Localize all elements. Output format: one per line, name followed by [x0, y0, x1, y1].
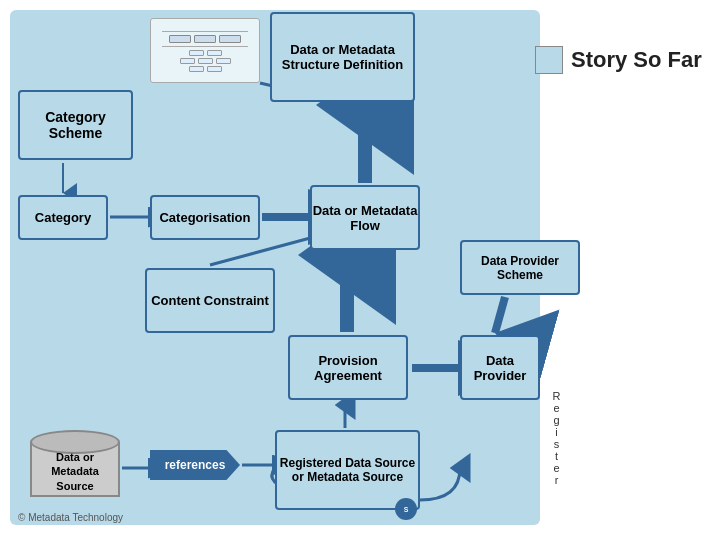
data-structure-box: Data or Metadata Structure Definition	[270, 12, 415, 102]
category-box: Category	[18, 195, 108, 240]
categorisation-box: Categorisation	[150, 195, 260, 240]
data-flow-box: Data or Metadata Flow	[310, 185, 420, 250]
story-label: Story So Far	[571, 47, 702, 73]
story-color-swatch	[535, 46, 563, 74]
provision-agreement-box: Provision Agreement	[288, 335, 408, 400]
sdmx-logo: S	[395, 498, 417, 520]
category-scheme-box: Category Scheme	[18, 90, 133, 160]
story-panel: Story So Far	[535, 10, 710, 110]
registered-source-box: Registered Data Source or Metadata Sourc…	[275, 430, 420, 510]
content-constraint-box: Content Constraint	[145, 268, 275, 333]
data-provider-scheme-box: Data Provider Scheme	[460, 240, 580, 295]
cylinder-label: Data orMetadataSource	[30, 450, 120, 493]
copyright-text: © Metadata Technology	[18, 512, 123, 523]
references-arrow: references	[150, 450, 240, 480]
data-provider-box: Data Provider	[460, 335, 540, 400]
diagram-thumbnail	[150, 18, 260, 83]
register-vertical-text: Register	[548, 390, 566, 530]
data-source-cylinder: Data orMetadataSource	[30, 430, 120, 505]
